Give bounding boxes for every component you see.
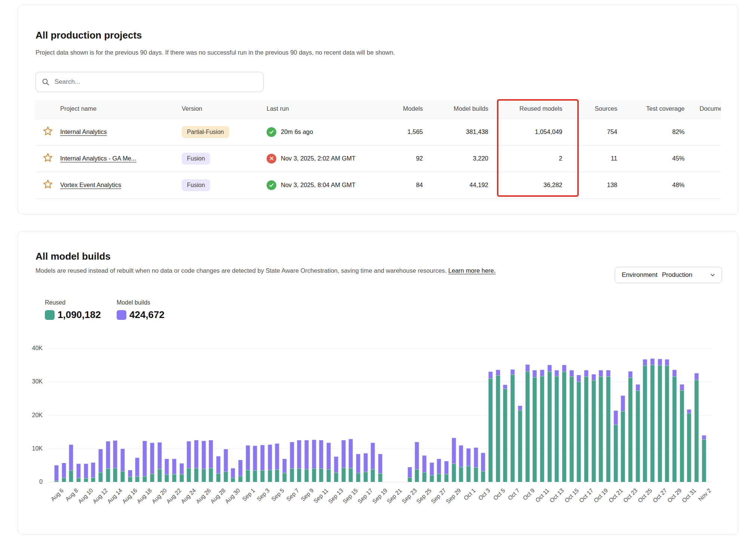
stacked-bar bbox=[687, 409, 691, 482]
bar-segment-reused bbox=[408, 477, 412, 482]
stacked-bar bbox=[658, 359, 662, 482]
bar-segment-reused bbox=[643, 366, 647, 482]
bar-segment-reused bbox=[665, 366, 669, 482]
check-icon bbox=[269, 183, 274, 188]
reused-models-cell: 2 bbox=[488, 145, 562, 172]
bar-segment-model-builds bbox=[636, 384, 640, 391]
bar-segment-model-builds bbox=[415, 442, 419, 469]
last-run-cell: Nov 3, 2025, 2:02 AM GMT bbox=[267, 145, 368, 172]
x-axis-tick-label: Sep 19 bbox=[371, 487, 388, 505]
favorite-star-button[interactable] bbox=[42, 179, 53, 191]
x-icon bbox=[269, 156, 274, 161]
column-header-model-builds: Model builds bbox=[423, 99, 488, 119]
stacked-bar bbox=[672, 370, 677, 482]
bar-segment-model-builds bbox=[253, 446, 257, 470]
gridline bbox=[48, 348, 712, 349]
dashboard-page: All production projects Project data sho… bbox=[0, 0, 756, 538]
bar-segment-model-builds bbox=[135, 458, 139, 476]
version-cell: Fusion bbox=[182, 145, 267, 172]
bar-segment-model-builds bbox=[260, 445, 265, 470]
y-axis-tick-label: 10K bbox=[20, 445, 43, 452]
column-header-star bbox=[36, 99, 60, 119]
stacked-bar bbox=[694, 373, 699, 482]
stacked-bar bbox=[238, 460, 243, 482]
version-cell: Fusion bbox=[182, 172, 267, 198]
x-axis-tick-label: Oct 3 bbox=[477, 487, 492, 502]
bar-segment-reused bbox=[658, 365, 662, 482]
production-projects-card: All production projects Project data sho… bbox=[18, 4, 738, 215]
bar-segment-reused bbox=[474, 467, 478, 482]
bar-segment-reused bbox=[510, 375, 515, 482]
stacked-bar bbox=[165, 459, 169, 482]
model-builds-swatch-icon bbox=[117, 310, 126, 320]
bar-segment-reused bbox=[246, 470, 250, 482]
bar-segment-reused bbox=[76, 478, 81, 482]
projects-card-title: All production projects bbox=[36, 30, 142, 41]
learn-more-link[interactable]: Learn more here. bbox=[448, 267, 496, 274]
bar-segment-model-builds bbox=[282, 459, 287, 473]
test-coverage-cell: 48% bbox=[617, 172, 685, 198]
bar-segment-model-builds bbox=[187, 441, 191, 468]
stacked-bar bbox=[591, 374, 596, 482]
bar-segment-reused bbox=[459, 467, 463, 482]
bar-segment-model-builds bbox=[356, 454, 360, 473]
projects-table-container: Project nameVersionLast runModelsModel b… bbox=[36, 99, 721, 225]
favorite-star-button[interactable] bbox=[42, 126, 53, 138]
search-input[interactable] bbox=[55, 78, 257, 86]
environment-select[interactable]: Environment Production bbox=[615, 267, 722, 283]
stacked-bar bbox=[304, 440, 309, 482]
bar-segment-model-builds bbox=[165, 459, 169, 474]
stacked-bar bbox=[525, 364, 530, 482]
sources-cell: 754 bbox=[562, 119, 617, 145]
bar-segment-reused bbox=[238, 476, 243, 482]
star-cell bbox=[36, 119, 60, 145]
bar-segment-model-builds bbox=[268, 444, 272, 470]
bar-segment-reused bbox=[371, 469, 375, 482]
bar-segment-reused bbox=[569, 376, 574, 482]
bar-segment-model-builds bbox=[194, 440, 199, 468]
stacked-bar bbox=[128, 470, 132, 482]
version-cell: Partial-Fusion bbox=[182, 119, 267, 145]
bar-segment-model-builds bbox=[658, 359, 662, 365]
bar-segment-model-builds bbox=[120, 449, 125, 471]
favorite-star-button[interactable] bbox=[42, 152, 53, 165]
bar-segment-model-builds bbox=[106, 441, 110, 468]
bar-segment-reused bbox=[540, 376, 544, 482]
models-cell: 84 bbox=[368, 172, 423, 198]
x-axis-tick-label: Sep 23 bbox=[400, 487, 418, 505]
search-icon bbox=[42, 78, 49, 86]
bar-segment-model-builds bbox=[224, 449, 228, 472]
bar-segment-model-builds bbox=[650, 358, 655, 365]
bar-segment-reused bbox=[179, 474, 184, 482]
x-axis-tick-label: Oct 11 bbox=[534, 487, 550, 504]
bar-segment-model-builds bbox=[643, 359, 647, 366]
stacked-bar bbox=[569, 370, 574, 482]
column-header-version: Version bbox=[182, 99, 267, 119]
bar-segment-reused bbox=[650, 365, 655, 482]
last-run-time: 20m 6s ago bbox=[281, 128, 313, 135]
bar-segment-reused bbox=[157, 469, 162, 482]
stacked-bar-chart: 010K20K30K40KAug 6Aug 8Aug 10Aug 12Aug 1… bbox=[53, 348, 712, 482]
project-name-link[interactable]: Vortex Event Analytics bbox=[60, 181, 121, 188]
x-axis-tick-label: Sep 11 bbox=[313, 487, 330, 505]
bar-segment-reused bbox=[282, 473, 287, 482]
x-axis-tick-label: Oct 19 bbox=[593, 487, 609, 504]
column-header-reused-models: Reused models bbox=[488, 99, 562, 119]
legend-reused-item: 1,090,182 bbox=[45, 309, 101, 321]
stacked-bar bbox=[488, 372, 493, 482]
bar-segment-model-builds bbox=[238, 460, 243, 476]
project-name-link[interactable]: Internal Analytics - GA Me... bbox=[60, 155, 136, 162]
bar-segment-model-builds bbox=[304, 440, 309, 469]
x-axis-tick-label: Sep 21 bbox=[386, 487, 403, 505]
last-run-time: Nov 3, 2025, 2:02 AM GMT bbox=[281, 155, 356, 162]
project-name-link[interactable]: Internal Analytics bbox=[60, 128, 107, 135]
last-run-cell: Nov 3, 2025, 8:04 AM GMT bbox=[267, 172, 368, 198]
project-search[interactable] bbox=[36, 72, 264, 92]
bar-segment-reused bbox=[69, 470, 73, 482]
bar-segment-reused bbox=[202, 469, 206, 482]
stacked-bar bbox=[253, 446, 257, 482]
stacked-bar bbox=[297, 440, 301, 482]
x-axis-tick-label: Aug 16 bbox=[121, 487, 138, 505]
bar-segment-model-builds bbox=[84, 464, 88, 478]
bar-segment-reused bbox=[591, 380, 596, 482]
